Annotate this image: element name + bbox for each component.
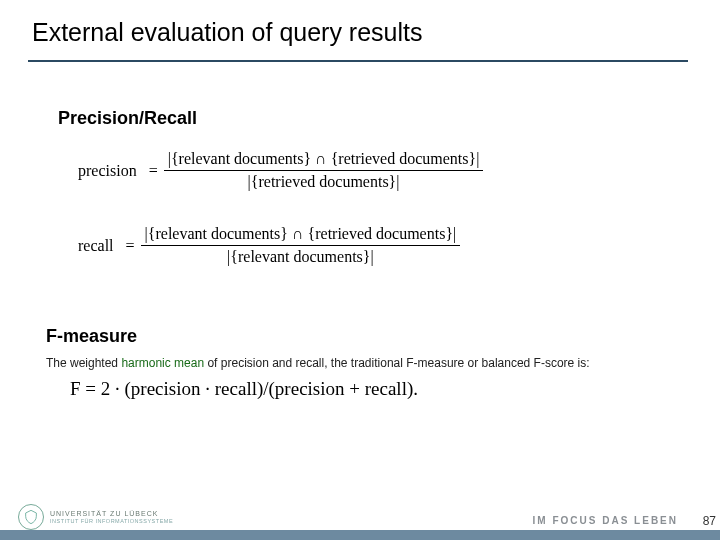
fraction-bar <box>164 170 484 171</box>
university-seal-icon <box>18 504 44 530</box>
title-rule <box>28 60 688 62</box>
recall-fraction: |{relevant documents} ∩ {retrieved docum… <box>141 225 461 266</box>
page-number: 87 <box>703 514 716 528</box>
equation-recall: recall = |{relevant documents} ∩ {retrie… <box>78 225 460 266</box>
institute-name: INSTITUT FÜR INFORMATIONSSYSTEME <box>50 518 173 524</box>
footer: UNIVERSITÄT ZU LÜBECK INSTITUT FÜR INFOR… <box>0 530 720 540</box>
precision-numerator: |{relevant documents} ∩ {retrieved docum… <box>164 150 484 168</box>
slide: External evaluation of query results Pre… <box>0 0 720 540</box>
harmonic-mean-link[interactable]: harmonic mean <box>121 356 204 370</box>
equation-fmeasure: F = 2 · (precision · recall)/(precision … <box>70 378 418 400</box>
fmeasure-desc-pre: The weighted <box>46 356 121 370</box>
fmeasure-desc-post: of precision and recall, the traditional… <box>204 356 590 370</box>
precision-fraction: |{relevant documents} ∩ {retrieved docum… <box>164 150 484 191</box>
fmeasure-description: The weighted harmonic mean of precision … <box>46 356 590 370</box>
section-heading-precision-recall: Precision/Recall <box>58 108 197 129</box>
equals-sign: = <box>126 237 135 255</box>
equation-precision: precision = |{relevant documents} ∩ {ret… <box>78 150 483 191</box>
section-heading-fmeasure: F-measure <box>46 326 137 347</box>
precision-lhs: precision <box>78 162 137 180</box>
university-logo-block: UNIVERSITÄT ZU LÜBECK INSTITUT FÜR INFOR… <box>18 504 173 530</box>
recall-numerator: |{relevant documents} ∩ {retrieved docum… <box>141 225 461 243</box>
fraction-bar <box>141 245 461 246</box>
footer-band <box>0 530 720 540</box>
precision-denominator: |{retrieved documents}| <box>164 173 484 191</box>
slide-title: External evaluation of query results <box>32 18 423 47</box>
equals-sign: = <box>149 162 158 180</box>
footer-motto: IM FOCUS DAS LEBEN <box>533 515 678 526</box>
recall-lhs: recall <box>78 237 114 255</box>
university-name: UNIVERSITÄT ZU LÜBECK <box>50 510 173 518</box>
recall-denominator: |{relevant documents}| <box>141 248 461 266</box>
university-text: UNIVERSITÄT ZU LÜBECK INSTITUT FÜR INFOR… <box>50 510 173 524</box>
